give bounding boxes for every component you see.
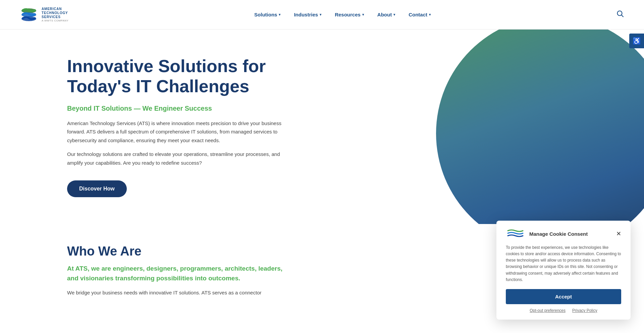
chevron-down-icon: ▾ xyxy=(362,13,364,16)
nav-item-contact[interactable]: Contact ▾ xyxy=(409,12,431,17)
discover-how-button[interactable]: Discover How xyxy=(67,180,127,197)
hero-title: Innovative Solutions for Today's IT Chal… xyxy=(67,56,282,97)
cookie-title: Manage Cookie Consent xyxy=(529,231,588,237)
cookie-header: Manage Cookie Consent ✕ xyxy=(506,229,621,239)
logo-icon xyxy=(20,6,38,23)
hero-section: Innovative Solutions for Today's IT Chal… xyxy=(0,30,644,224)
nav-item-industries[interactable]: Industries ▾ xyxy=(294,12,321,17)
navbar: AMERICAN TECHNOLOGY SERVICES A WWTS Comp… xyxy=(0,0,644,30)
accessibility-button[interactable]: ♿ xyxy=(629,34,644,48)
nav-item-solutions[interactable]: Solutions ▾ xyxy=(254,12,280,17)
nav-links: Solutions ▾ Industries ▾ Resources ▾ Abo… xyxy=(254,12,431,17)
cookie-logo xyxy=(506,229,526,239)
chevron-down-icon: ▾ xyxy=(320,13,321,16)
opt-out-link[interactable]: Opt-out preferences xyxy=(530,308,566,311)
hero-decoration xyxy=(436,30,644,224)
accessibility-icon: ♿ xyxy=(633,37,641,45)
nav-item-about[interactable]: About ▾ xyxy=(377,12,395,17)
chevron-down-icon: ▾ xyxy=(429,13,431,16)
cookie-accept-button[interactable]: Accept xyxy=(506,289,621,304)
who-description: We bridge your business needs with innov… xyxy=(67,288,295,297)
nav-item-resources[interactable]: Resources ▾ xyxy=(335,12,364,17)
brand-name: AMERICAN TECHNOLOGY SERVICES xyxy=(42,7,68,19)
search-icon[interactable] xyxy=(616,10,624,19)
cookie-close-button[interactable]: ✕ xyxy=(616,231,621,237)
hero-description-1: American Technology Services (ATS) is wh… xyxy=(67,119,282,145)
hero-description-2: Our technology solutions are crafted to … xyxy=(67,150,282,167)
hero-subtitle: Beyond IT Solutions — We Engineer Succes… xyxy=(67,105,282,112)
cookie-header-left: Manage Cookie Consent xyxy=(506,229,588,239)
cookie-body-text: To provide the best experiences, we use … xyxy=(506,244,621,283)
cookie-footer: Opt-out preferences Privacy Policy xyxy=(506,308,621,311)
hero-content: Innovative Solutions for Today's IT Chal… xyxy=(67,56,282,197)
cookie-consent-modal: Manage Cookie Consent ✕ To provide the b… xyxy=(496,221,631,311)
svg-line-4 xyxy=(622,15,623,17)
chevron-down-icon: ▾ xyxy=(279,13,280,16)
logo-text: AMERICAN TECHNOLOGY SERVICES A WWTS Comp… xyxy=(42,7,68,22)
logo-area[interactable]: AMERICAN TECHNOLOGY SERVICES A WWTS Comp… xyxy=(20,6,68,23)
chevron-down-icon: ▾ xyxy=(393,13,395,16)
brand-tagline: A WWTS Company xyxy=(42,19,68,22)
who-subtitle: At ATS, we are engineers, designers, pro… xyxy=(67,264,295,283)
privacy-policy-link[interactable]: Privacy Policy xyxy=(572,308,597,311)
